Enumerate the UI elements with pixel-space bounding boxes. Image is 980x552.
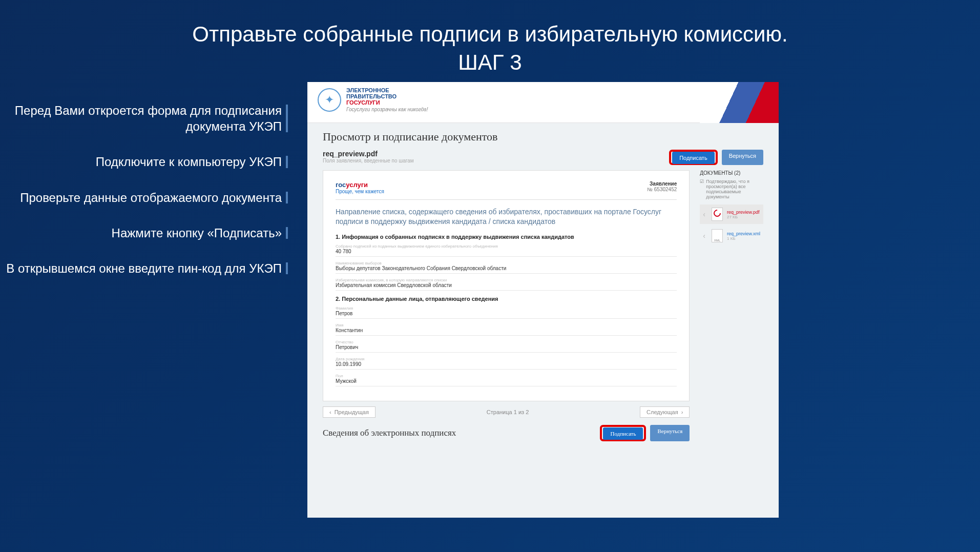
field-value: 40 780 <box>336 249 677 254</box>
logo-subtitle: Госуслуги прозрачны как никогда! <box>346 107 428 112</box>
next-page-button[interactable]: Следующая› <box>640 406 690 418</box>
file-item[interactable]: ‹ req_preview.pdf 27 КБ <box>700 205 763 224</box>
screenshot-panel: ✦ ЭЛЕКТРОННОЕ ПРАВИТЕЛЬСТВО ГОСУСЛУГИ Го… <box>307 82 779 518</box>
form-field: Отчество Петрович <box>336 340 677 353</box>
document-name: req_preview.pdf <box>323 150 414 158</box>
field-label: Пол <box>336 374 677 378</box>
file-name: req_preview.pdf <box>727 210 760 215</box>
field-label: Имя <box>336 323 677 328</box>
form-field: Дата рождения 10.09.1990 <box>336 357 677 370</box>
documents-sidebar: ДОКУМЕНТЫ (2) ☑ Подтверждаю, что я просм… <box>700 170 763 248</box>
field-label: Наименование выборов <box>336 261 677 265</box>
form-field: Избирательная комиссия, в которую направ… <box>336 278 677 291</box>
instruction-step: Проверьте данные отображаемого документа <box>0 190 282 206</box>
chevron-left-icon: ‹ <box>703 232 705 240</box>
sign-button-highlight: Подписать <box>669 150 717 165</box>
confirm-checkbox[interactable]: ☑ <box>700 179 704 199</box>
chevron-left-icon: ‹ <box>329 409 331 415</box>
field-label: Фамилия <box>336 306 677 311</box>
section-title: Просмотр и подписание документов <box>323 130 763 144</box>
signatures-section-title: Сведения об электронных подписях <box>323 428 456 438</box>
field-label: Собрано подписей из поданных выдвижением… <box>336 244 677 249</box>
instruction-step: Подключите к компьютеру УКЭП <box>0 154 282 170</box>
gosuslugi-logo: госуслуги Проще, чем кажется <box>336 181 384 194</box>
field-value: 10.09.1990 <box>336 361 677 367</box>
logo-emblem-icon: ✦ <box>318 88 341 112</box>
form-field: Наименование выборов Выборы депутатов За… <box>336 261 677 274</box>
prev-page-button[interactable]: ‹Предыдущая <box>323 406 376 418</box>
instruction-list: Перед Вами откроется форма для подписани… <box>0 103 297 296</box>
gov-header: ✦ ЭЛЕКТРОННОЕ ПРАВИТЕЛЬСТВО ГОСУСЛУГИ Го… <box>307 82 779 123</box>
logo-line3: ГОСУСЛУГИ <box>346 99 428 106</box>
chevron-right-icon: › <box>681 409 683 415</box>
file-size: 27 КБ <box>727 215 760 219</box>
form-field: Пол Мужской <box>336 374 677 386</box>
sign-button[interactable]: Подписать <box>603 427 643 440</box>
document-preview: госуслуги Проще, чем кажется Заявление №… <box>323 170 690 401</box>
slide-title: Отправьте собранные подписи в избиратель… <box>0 0 980 76</box>
section1-title: 1. Информация о собранных подписях в под… <box>336 234 677 240</box>
field-label: Дата рождения <box>336 357 677 361</box>
sidebar-title: ДОКУМЕНТЫ (2) <box>700 170 763 176</box>
field-value: Петрович <box>336 344 677 350</box>
page-info: Страница 1 из 2 <box>487 409 529 415</box>
pdf-file-icon <box>712 208 723 221</box>
form-field: Фамилия Петров <box>336 306 677 319</box>
flag-decoration <box>666 82 779 123</box>
form-field: Собрано подписей из поданных выдвижением… <box>336 244 677 257</box>
sign-button[interactable]: Подписать <box>672 152 714 164</box>
logo-line2: ПРАВИТЕЛЬСТВО <box>346 93 428 99</box>
form-field: Имя Константин <box>336 323 677 336</box>
field-label: Избирательная комиссия, в которую направ… <box>336 278 677 282</box>
section2-title: 2. Персональные данные лица, отправляюще… <box>336 296 677 302</box>
instruction-step: Нажмите кнопку «Подписать» <box>0 225 282 241</box>
field-value: Константин <box>336 328 677 333</box>
field-value: Мужской <box>336 378 677 384</box>
file-size: 1 КБ <box>727 236 760 241</box>
field-value: Выборы депутатов Законодательного Собран… <box>336 265 677 271</box>
instruction-step: Перед Вами откроется форма для подписани… <box>0 103 282 134</box>
back-button[interactable]: Вернуться <box>650 425 690 441</box>
file-item[interactable]: ‹ XML req_preview.xml 1 КБ <box>700 226 763 246</box>
field-label: Отчество <box>336 340 677 344</box>
logo-line1: ЭЛЕКТРОННОЕ <box>346 87 428 93</box>
logo-text: ЭЛЕКТРОННОЕ ПРАВИТЕЛЬСТВО ГОСУСЛУГИ <box>346 87 428 106</box>
field-value: Петров <box>336 311 677 316</box>
back-button[interactable]: Вернуться <box>722 150 763 165</box>
gosuslugi-tagline: Проще, чем кажется <box>336 189 384 194</box>
xml-file-icon: XML <box>712 229 723 242</box>
title-line1: Отправьте собранные подписи в избиратель… <box>0 21 980 49</box>
chevron-left-icon: ‹ <box>703 210 705 218</box>
title-line2: ШАГ 3 <box>0 49 980 77</box>
pager: ‹Предыдущая Страница 1 из 2 Следующая› <box>323 406 690 418</box>
document-subtitle: Поля заявления, введенные по шагам <box>323 158 414 163</box>
confirm-label: Подтверждаю, что я просмотрел(а) все под… <box>706 179 763 199</box>
application-label: Заявление <box>647 181 677 187</box>
file-name: req_preview.xml <box>727 231 760 236</box>
field-value: Избирательная комиссия Свердловской обла… <box>336 282 677 288</box>
sign-button-highlight: Подписать <box>600 425 646 441</box>
application-number: № 65302452 <box>647 187 677 192</box>
instruction-step: В открывшемся окне введите пин-код для У… <box>0 260 282 276</box>
preview-intro: Направление списка, содержащего сведения… <box>336 207 677 227</box>
